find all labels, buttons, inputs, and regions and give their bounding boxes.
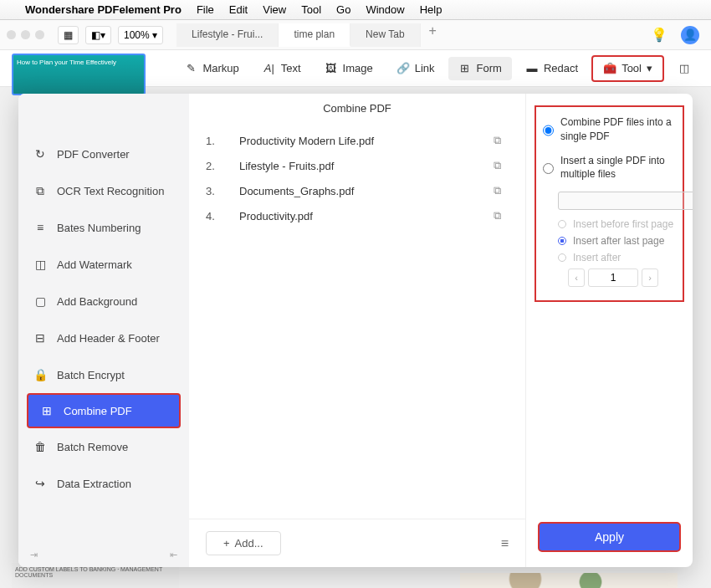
tool-form[interactable]: ⊞Form xyxy=(448,57,512,80)
file-options-icon[interactable]: ⧉ xyxy=(494,209,509,222)
radio-icon xyxy=(558,237,566,245)
radio-icon xyxy=(558,253,566,262)
background-icon: ▢ xyxy=(33,294,47,308)
plus-icon: + xyxy=(223,537,230,550)
sidebar-item-label: Add Watermark xyxy=(57,258,132,271)
new-tab-button[interactable]: + xyxy=(421,23,445,47)
tool-image[interactable]: 🖼Image xyxy=(315,57,383,80)
radio-insert[interactable]: Insert a single PDF into multiple files xyxy=(543,154,676,182)
sub-radio-after-last: Insert after last page xyxy=(558,235,676,247)
document-tabs: Lifestyle - Frui... time plan New Tab + xyxy=(176,23,637,47)
sidebar-item-background[interactable]: ▢Add Background xyxy=(18,283,189,320)
radio-insert-input[interactable] xyxy=(543,156,554,182)
tab-new[interactable]: New Tab xyxy=(350,23,420,47)
page-stepper: ‹ › xyxy=(568,268,676,287)
file-name: Documents_Graphs.pdf xyxy=(239,185,494,197)
file-row[interactable]: 2.Lifestyle - Fruits.pdf⧉ xyxy=(206,153,509,178)
menu-help[interactable]: Help xyxy=(420,3,442,16)
file-options-icon[interactable]: ⧉ xyxy=(494,184,509,197)
sub-radio-label: Insert before first page xyxy=(573,218,673,230)
sidebar-item-pdf-converter[interactable]: ↻PDF Converter xyxy=(18,135,189,172)
sidebar-item-label: Data Extraction xyxy=(57,478,131,490)
header-footer-icon: ⊟ xyxy=(33,331,47,345)
tool-markup[interactable]: ✎Markup xyxy=(174,57,248,80)
sidebar-toggle-icon[interactable]: ◧▾ xyxy=(85,26,111,44)
list-options-icon[interactable]: ≡ xyxy=(501,536,509,551)
options-box: Combine PDF files into a single PDF Inse… xyxy=(535,105,684,302)
tips-icon[interactable]: 💡 xyxy=(651,27,668,43)
radio-icon xyxy=(558,220,566,228)
watermark-icon: ◫ xyxy=(33,258,47,271)
modal-main: Combine PDF 1.Productivity Modern Life.p… xyxy=(189,94,525,567)
sidebar-item-combine[interactable]: ⊞Combine PDF xyxy=(27,393,181,428)
file-row[interactable]: 1.Productivity Modern Life.pdf⧉ xyxy=(206,128,509,153)
file-row[interactable]: 3.Documents_Graphs.pdf⧉ xyxy=(206,178,509,203)
thumb-timeplan: How to Plan your Time Effectively xyxy=(12,54,146,95)
tab-timeplan[interactable]: time plan xyxy=(279,23,350,47)
apply-button[interactable]: Apply xyxy=(538,522,681,552)
file-name: Productivity.pdf xyxy=(239,210,494,222)
sidebar-item-header-footer[interactable]: ⊟Add Header & Footer xyxy=(18,320,189,356)
tool-redact[interactable]: ▬Redact xyxy=(515,57,588,80)
menu-window[interactable]: Window xyxy=(366,3,404,16)
markup-icon: ✎ xyxy=(184,62,197,75)
tool-link[interactable]: 🔗Link xyxy=(386,57,445,80)
menu-go[interactable]: Go xyxy=(336,3,350,16)
tool-pages[interactable]: ◫ xyxy=(668,57,701,80)
sidebar-item-label: Combine PDF xyxy=(64,405,132,417)
file-name: Lifestyle - Fruits.pdf xyxy=(239,160,494,172)
sidebar-item-label: Bates Numbering xyxy=(57,222,141,234)
toolbox-icon: 🧰 xyxy=(603,62,616,75)
file-name: Productivity Modern Life.pdf xyxy=(239,135,494,147)
sidebar-item-label: Add Header & Footer xyxy=(57,332,160,345)
zoom-select[interactable]: 100% ▾ xyxy=(118,26,163,44)
sidebar-item-watermark[interactable]: ◫Add Watermark xyxy=(18,246,189,283)
step-up-button[interactable]: › xyxy=(642,268,658,287)
lock-icon: 🔒 xyxy=(33,368,47,381)
target-file-input[interactable] xyxy=(558,192,693,210)
user-avatar[interactable]: 👤 xyxy=(681,26,699,44)
sidebar-item-ocr[interactable]: ⧉OCR Text Recognition xyxy=(18,172,189,209)
sidebar-collapse-right-icon[interactable]: ⇤ xyxy=(170,550,177,560)
file-options-icon[interactable]: ⧉ xyxy=(494,159,509,172)
sidebar-item-bates[interactable]: ≡Bates Numbering xyxy=(18,209,189,246)
window-traffic-lights[interactable] xyxy=(7,30,44,39)
combine-icon: ⊞ xyxy=(40,404,54,417)
link-icon: 🔗 xyxy=(396,62,410,75)
step-down-button[interactable]: ‹ xyxy=(568,268,585,287)
thumbnails-icon[interactable]: ▦ xyxy=(58,26,79,44)
image-icon: 🖼 xyxy=(325,62,338,75)
modal-footer: +Add... ≡ xyxy=(189,519,525,567)
extract-icon: ↪ xyxy=(33,477,47,490)
menu-bar: Wondershare PDFelement Pro File Edit Vie… xyxy=(0,0,711,20)
menu-view[interactable]: View xyxy=(263,3,286,16)
file-index: 2. xyxy=(206,160,239,172)
tab-lifestyle[interactable]: Lifestyle - Frui... xyxy=(176,23,279,47)
radio-label: Combine PDF files into a single PDF xyxy=(560,115,676,144)
file-row[interactable]: 4.Productivity.pdf⧉ xyxy=(206,203,509,228)
menu-edit[interactable]: Edit xyxy=(229,3,248,16)
file-index: 1. xyxy=(206,135,239,147)
tool-text[interactable]: A|Text xyxy=(253,57,311,80)
sidebar-collapse-left-icon[interactable]: ⇥ xyxy=(30,550,38,560)
modal-title: Combine PDF xyxy=(189,94,525,128)
sub-radio-before: Insert before first page xyxy=(558,218,676,230)
trash-icon: 🗑 xyxy=(33,440,47,453)
radio-combine[interactable]: Combine PDF files into a single PDF xyxy=(543,115,676,144)
form-icon: ⊞ xyxy=(458,62,472,75)
radio-combine-input[interactable] xyxy=(543,117,554,144)
sidebar-item-label: Add Background xyxy=(57,295,137,308)
combine-pdf-modal: ↻PDF Converter ⧉OCR Text Recognition ≡Ba… xyxy=(18,94,693,567)
page-number-input[interactable] xyxy=(588,268,638,287)
sidebar-item-batch-remove[interactable]: 🗑Batch Remove xyxy=(18,428,189,465)
sidebar-item-encrypt[interactable]: 🔒Batch Encrypt xyxy=(18,356,189,393)
sub-radio-label: Insert after xyxy=(573,252,621,263)
sidebar-item-data-extraction[interactable]: ↪Data Extraction xyxy=(18,465,189,502)
tool-tool[interactable]: 🧰Tool▾ xyxy=(591,55,664,82)
menu-file[interactable]: File xyxy=(197,3,214,16)
file-options-icon[interactable]: ⧉ xyxy=(494,134,509,147)
add-button[interactable]: +Add... xyxy=(206,531,281,555)
menu-tool[interactable]: Tool xyxy=(301,3,321,16)
app-name[interactable]: Wondershare PDFelement Pro xyxy=(25,3,182,16)
redact-icon: ▬ xyxy=(525,62,539,75)
